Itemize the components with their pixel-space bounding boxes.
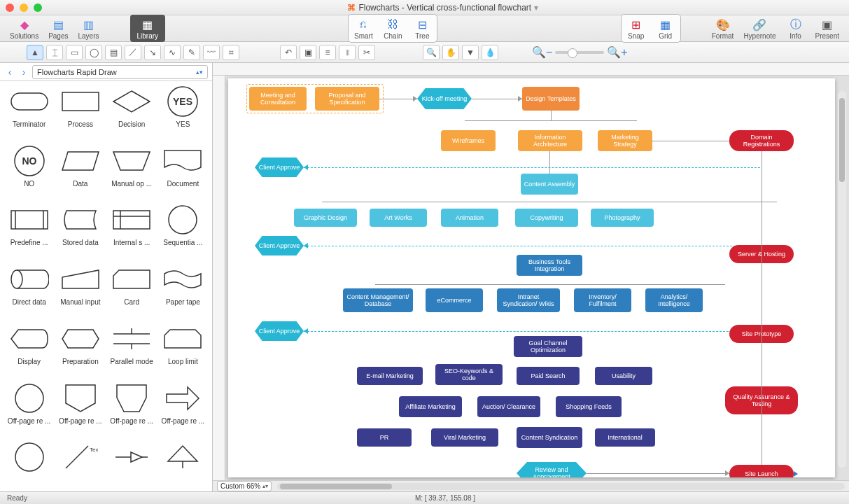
shape-internal[interactable]: Internal s ... [107,204,157,260]
node-proposal[interactable]: Proposal and Specification [315,87,379,111]
shape-loop-limit[interactable]: Loop limit [158,323,208,379]
info-button[interactable]: ⓘInfo [782,15,810,41]
curve-tool[interactable]: ∿ [164,45,181,60]
shape-sequential[interactable]: Sequentia ... [158,204,208,260]
table-tool[interactable]: ▤ [105,45,122,60]
node-launch[interactable]: Site Launch [729,465,794,477]
node-infoarch[interactable]: Information Architecture [518,130,582,151]
shape-extra-1[interactable] [4,441,54,487]
shape-direct-data[interactable]: Direct data [4,263,54,320]
node-shopping[interactable]: Shopping Feeds [556,396,622,417]
library-button[interactable]: ▦Library [130,15,166,42]
node-intl[interactable]: International [595,428,655,447]
shape-extra-4[interactable] [158,441,208,487]
smart-button[interactable]: ⎌Smart [349,16,378,41]
lib-back-button[interactable]: ‹ [4,66,15,78]
vertical-scrollbar[interactable] [838,91,846,468]
shape-paper-tape[interactable]: Paper tape [158,263,208,320]
shape-data[interactable]: Data [55,145,105,202]
undo-tool[interactable]: ↶ [280,45,297,60]
select-tool[interactable]: ▲ [27,45,43,60]
zoom-window-button[interactable] [34,4,42,12]
zoom-slider[interactable] [555,51,604,54]
crop-tool[interactable]: ⌗ [223,45,239,60]
node-paid[interactable]: Paid Search [517,367,580,385]
rect-tool[interactable]: ▭ [66,45,83,60]
pen-tool[interactable]: ✎ [183,45,200,60]
lib-fwd-button[interactable]: › [18,66,29,78]
node-biztools[interactable]: Business Tools Integration [517,255,582,276]
node-copy[interactable]: Copywriting [515,209,578,227]
group-tool[interactable]: ▣ [300,45,316,60]
node-syndication[interactable]: Content Syndication [517,427,582,448]
chain-button[interactable]: ⛓Chain [378,16,407,41]
shape-decision[interactable]: Decision [107,85,157,142]
hypernote-button[interactable]: 🔗Hypernote [739,15,780,41]
solutions-button[interactable]: ◆Solutions [6,15,43,41]
tree-button[interactable]: ⊟Tree [407,16,437,41]
drawing-page[interactable]: Meeting and Consultation Proposal and Sp… [228,78,835,477]
node-auction[interactable]: Auction/ Clearance [477,396,540,417]
shape-extra-2[interactable]: Text [55,441,105,487]
shape-offpage-4[interactable]: Off-page re ... [158,382,208,439]
node-kickoff[interactable]: Kick-off meeting [417,88,472,109]
library-selector[interactable]: Flowcharts Rapid Draw▴▾ [32,65,208,79]
node-domain[interactable]: Domain Registrations [729,130,794,151]
format-button[interactable]: 🎨Format [708,15,738,41]
shape-offpage-1[interactable]: Off-page re ... [4,382,54,439]
shape-offpage-3[interactable]: Off-page re ... [107,382,157,439]
minimize-window-button[interactable] [20,4,28,12]
shape-process[interactable]: Process [55,85,105,142]
shape-parallel[interactable]: Parallel mode [107,323,157,379]
shape-no[interactable]: NONO [4,145,54,202]
node-intranet[interactable]: Intranet Syndication/ Wikis [497,288,560,312]
shape-yes[interactable]: YESYES [158,85,208,142]
node-graphic[interactable]: Graphic Design [294,209,357,227]
node-cms[interactable]: Content Management/ Database [343,288,413,312]
node-wireframes[interactable]: Wireframes [441,130,496,151]
node-goal[interactable]: Goal Channel Optimization [514,336,582,357]
spline-tool[interactable]: 〰 [203,45,220,60]
node-viral[interactable]: Viral Marketing [431,428,498,447]
link-tool[interactable]: ✂ [358,45,375,60]
zoom-tool[interactable]: 🔍 [423,45,440,60]
shape-offpage-2[interactable]: Off-page re ... [55,382,105,439]
snap-button[interactable]: ⊞Snap [622,16,651,41]
stamp-tool[interactable]: ▼ [462,45,479,60]
node-marketing[interactable]: Marketing Strategy [598,130,652,151]
node-email[interactable]: E-mail Marketing [357,367,423,385]
pan-tool[interactable]: ✋ [442,45,459,60]
text-tool[interactable]: ⌶ [46,45,63,60]
node-approve-3[interactable]: Client Approve [255,321,304,341]
horizontal-scrollbar[interactable] [277,483,845,490]
connector-tool[interactable]: ↘ [144,45,161,60]
node-seo[interactable]: SEO-Keywords & code [435,364,503,385]
zoom-out-icon[interactable]: 🔍− [532,46,552,59]
node-meeting[interactable]: Meeting and Consultation [249,87,307,111]
shape-predefined[interactable]: Predefine ... [4,204,54,260]
close-window-button[interactable] [6,4,14,12]
shape-display[interactable]: Display [4,323,54,379]
node-content-assembly[interactable]: Content Assembly [521,174,578,195]
node-photo[interactable]: Photography [591,209,654,227]
node-artworks[interactable]: Art Works [370,209,427,227]
node-analytics[interactable]: Analytics/ Intelligence [645,288,703,312]
shape-card[interactable]: Card [107,263,157,320]
node-inventory[interactable]: Inventory/ Fulfilment [574,288,631,312]
line-tool[interactable]: ／ [125,45,141,60]
node-review[interactable]: Review and Approvement [517,462,587,477]
shape-preparation[interactable]: Preparation [55,323,105,379]
pages-button[interactable]: ▤Pages [44,15,72,41]
present-button[interactable]: ▣Present [811,15,843,41]
shape-terminator[interactable]: Terminator [4,85,54,142]
node-usability[interactable]: Usability [595,367,652,385]
node-ecom[interactable]: eCommerce [426,288,483,312]
shape-manual-input[interactable]: Manual input [55,263,105,320]
node-design[interactable]: Design Templates [522,87,580,111]
node-pr[interactable]: PR [357,428,412,447]
node-approve-2[interactable]: Client Approve [255,236,304,255]
distribute-tool[interactable]: ⫴ [339,45,356,60]
eyedropper-tool[interactable]: 💧 [482,45,498,60]
ellipse-tool[interactable]: ◯ [85,45,102,60]
zoom-in-icon[interactable]: 🔍+ [607,46,627,59]
